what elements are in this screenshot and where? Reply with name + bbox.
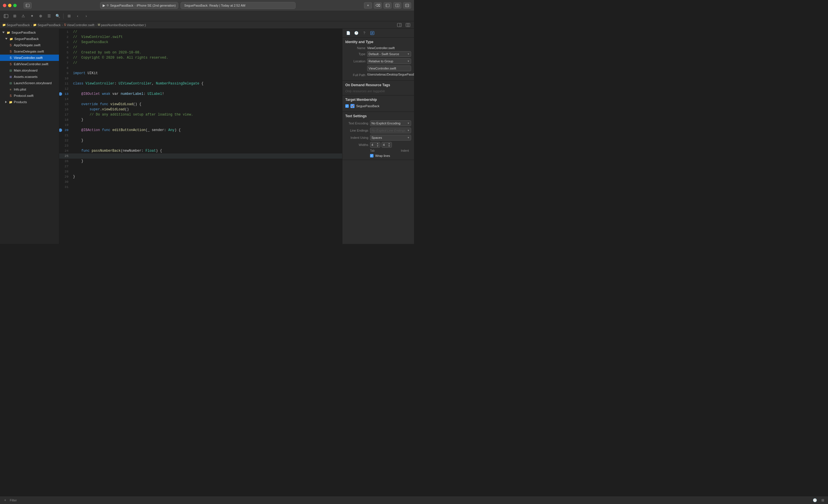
breadcrumb: 📁 SeguePassBack › 📁 SeguePassBack › S Vi… bbox=[0, 21, 414, 29]
sidebar-group-item[interactable]: 📁 SeguePassBack bbox=[0, 36, 59, 42]
name-value: ViewController.swift bbox=[367, 46, 411, 50]
code-line-17: // Do any additional setup after loading… bbox=[71, 112, 342, 117]
svg-rect-2 bbox=[386, 4, 389, 7]
inspector-tab-quick[interactable]: ? bbox=[361, 30, 368, 36]
sidebar-file-scenedelegate[interactable]: S SceneDelegate.swift bbox=[0, 48, 59, 55]
target-section: Target Membership ✓ 🚀 SeguePassBack bbox=[342, 95, 414, 112]
sidebar-toggle-button[interactable] bbox=[24, 2, 32, 9]
products-expand-icon bbox=[5, 101, 7, 103]
nav-back-btn[interactable]: ‹ bbox=[74, 13, 81, 19]
line-1: 1 bbox=[59, 29, 71, 35]
code-line-21 bbox=[71, 133, 342, 138]
breadcrumb-item-3[interactable]: S ViewController.swift bbox=[64, 23, 94, 27]
indent-using-arrow: ▼ bbox=[407, 136, 410, 139]
tab-width-input[interactable]: 4 ▲▼ bbox=[370, 142, 380, 148]
sidebar-file-label-assets: Assets.xcassets bbox=[14, 75, 37, 79]
sidebar-file-mainstoryboard[interactable]: ⊟ Main.storyboard bbox=[0, 67, 59, 74]
line-3: 3 bbox=[59, 40, 71, 45]
line-19: 19 bbox=[59, 123, 71, 128]
svg-rect-11 bbox=[397, 23, 401, 27]
type-select[interactable]: Default - Swift Source ▼ bbox=[367, 51, 411, 57]
toolbar: ⊞ ⚠ ✦ ⊕ ☰ 🔍 ⊞ ‹ › bbox=[0, 11, 414, 21]
line-9: 9 bbox=[59, 71, 71, 76]
location-select[interactable]: Relative to Group ▼ bbox=[367, 58, 411, 64]
sidebar-navigator-btn[interactable] bbox=[2, 13, 10, 19]
fold-btn[interactable]: ⊞ bbox=[11, 13, 18, 19]
title-bar: ▶ ⚙ SeguePassBack › iPhone SE (2nd gener… bbox=[0, 0, 414, 11]
code-line-27 bbox=[71, 164, 342, 169]
inspector-tab-identity[interactable] bbox=[369, 30, 376, 36]
swift-icon-viewcontroller: S bbox=[9, 56, 13, 60]
sidebar-item-root[interactable]: 📁 SeguePassBack bbox=[0, 29, 59, 36]
device-name: iPhone SE (2nd generation) bbox=[136, 4, 176, 7]
wrap-lines-checkbox[interactable]: ✓ bbox=[370, 154, 373, 157]
search-btn[interactable]: 🔍 bbox=[54, 13, 61, 19]
sidebar-file-assets[interactable]: ⊞ Assets.xcassets bbox=[0, 74, 59, 80]
code-line-18: } bbox=[71, 117, 342, 123]
text-encoding-row: Text Encoding No Explicit Encoding ▼ bbox=[345, 121, 411, 126]
nav-forward-btn[interactable]: › bbox=[83, 13, 90, 19]
breakpoints-btn[interactable]: ☰ bbox=[45, 13, 53, 19]
code-line-3: // SeguePassBack bbox=[71, 40, 342, 45]
inspector-2-btn[interactable] bbox=[404, 22, 412, 28]
swift-icon-appdelegate: S bbox=[9, 43, 13, 47]
indent-using-select[interactable]: Spaces ▼ bbox=[370, 135, 411, 140]
line-6: 6 bbox=[59, 55, 71, 60]
code-line-13: @IBOutlet weak var numberLabel: UILabel! bbox=[71, 91, 342, 97]
inspector-tab-file[interactable]: 📄 bbox=[345, 30, 351, 36]
layout-btn-2[interactable] bbox=[393, 2, 401, 9]
line-20[interactable]: 20 bbox=[59, 128, 71, 133]
add-button[interactable]: + bbox=[364, 2, 372, 9]
xcassets-icon: ⊞ bbox=[9, 75, 13, 79]
target-name: SeguePassBack bbox=[356, 104, 379, 108]
storyboard-icon-launch: ⊟ bbox=[9, 81, 13, 85]
filename-input[interactable] bbox=[367, 65, 411, 71]
name-label: Name bbox=[345, 46, 365, 50]
close-button[interactable] bbox=[3, 4, 6, 7]
indent-width-input[interactable]: 4 ▲▼ bbox=[381, 142, 392, 148]
text-encoding-select[interactable]: No Explicit Encoding ▼ bbox=[370, 121, 411, 126]
inspector-1-btn[interactable] bbox=[396, 22, 403, 28]
breadcrumb-sep-2: › bbox=[62, 23, 63, 27]
breadcrumb-item-4[interactable]: M passNumberBack(newNumber:) bbox=[98, 23, 146, 27]
sidebar-file-infoplist[interactable]: ≡ Info.plist bbox=[0, 86, 59, 93]
sidebar-root-label: SeguePassBack bbox=[11, 31, 36, 34]
sidebar-file-protocol[interactable]: S Protocol.swift bbox=[0, 93, 59, 99]
breadcrumb-item-2[interactable]: 📁 SeguePassBack bbox=[33, 23, 61, 27]
breadcrumb-label-2: SeguePassBack bbox=[37, 23, 61, 27]
editor-area[interactable]: 1 2 3 4 5 6 7 8 9 10 11 12 13 14 15 16 1… bbox=[59, 29, 342, 244]
sidebar-file-appdelegate[interactable]: S AppDelegate.swift bbox=[0, 42, 59, 48]
line-4: 4 bbox=[59, 45, 71, 50]
issues-btn[interactable]: ⚠ bbox=[19, 13, 27, 19]
line-endings-select[interactable]: No Explicit Line Endings ▼ bbox=[370, 128, 411, 133]
svg-rect-0 bbox=[26, 4, 29, 7]
layout-btn-1[interactable] bbox=[383, 2, 391, 9]
test-btn[interactable]: ✦ bbox=[28, 13, 36, 19]
debug-btn[interactable]: ⊕ bbox=[37, 13, 44, 19]
sidebar-file-viewcontroller[interactable]: S ViewController.swift bbox=[0, 55, 59, 61]
sidebar-file-editviewcontroller[interactable]: S EditViewController.swift bbox=[0, 61, 59, 67]
layout-btn-3[interactable] bbox=[403, 2, 411, 9]
sidebar-products-group[interactable]: 📁 Products bbox=[0, 99, 59, 105]
scheme-selector[interactable]: ▶ ⚙ SeguePassBack › iPhone SE (2nd gener… bbox=[100, 2, 178, 9]
code-line-28 bbox=[71, 169, 342, 174]
main-layout: 📁 SeguePassBack 📁 SeguePassBack S AppDel… bbox=[0, 29, 414, 244]
minimize-button[interactable] bbox=[8, 4, 11, 7]
line-13[interactable]: 13 bbox=[59, 91, 71, 97]
line-30: 30 bbox=[59, 179, 71, 184]
title-bar-right: + ⌫ bbox=[364, 2, 411, 9]
widths-label: Widths bbox=[345, 143, 368, 146]
return-button[interactable]: ⌫ bbox=[374, 2, 382, 9]
line-endings-row: Line Endings No Explicit Line Endings ▼ bbox=[345, 128, 411, 133]
sidebar-file-label-viewcontroller: ViewController.swift bbox=[14, 56, 43, 59]
code-content[interactable]: // // ViewController.swift // SeguePassB… bbox=[71, 29, 342, 244]
title-bar-center: ▶ ⚙ SeguePassBack › iPhone SE (2nd gener… bbox=[34, 2, 362, 9]
inspector-tab-history[interactable]: 🕐 bbox=[353, 30, 360, 36]
breadcrumb-item-1[interactable]: 📁 SeguePassBack bbox=[2, 23, 30, 27]
indent-using-row: Indent Using Spaces ▼ bbox=[345, 135, 411, 140]
target-membership-row: ✓ 🚀 SeguePassBack bbox=[345, 104, 411, 108]
maximize-button[interactable] bbox=[13, 4, 17, 7]
target-checkbox[interactable]: ✓ bbox=[345, 104, 349, 108]
grid-btn[interactable]: ⊞ bbox=[65, 13, 73, 19]
sidebar-file-launchscreen[interactable]: ⊟ LaunchScreen.storyboard bbox=[0, 80, 59, 86]
